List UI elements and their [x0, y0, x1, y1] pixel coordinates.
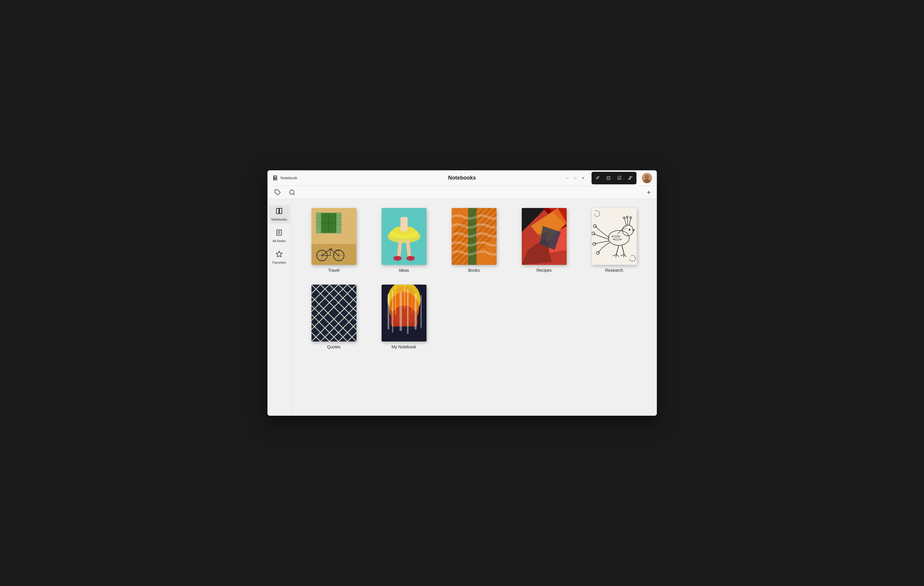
svg-rect-113 [395, 285, 396, 314]
notebooks-icon [276, 207, 283, 216]
notebook-cover-mynotebook [381, 285, 427, 341]
svg-rect-79 [592, 208, 637, 265]
sidebar: Notebooks All Notes [267, 199, 291, 416]
maximize-button[interactable]: □ [573, 175, 578, 181]
svg-rect-48 [401, 217, 408, 231]
notebook-quotes[interactable]: Quotes [304, 285, 365, 349]
notebook-recipes[interactable]: Recipes [514, 208, 575, 273]
notebook-cover-books [452, 208, 497, 265]
notebook-books-label: Books [468, 268, 480, 273]
avatar[interactable] [642, 173, 652, 183]
svg-rect-6 [276, 208, 279, 214]
notebook-cover-travel [312, 208, 356, 265]
titlebar-center: Notebooks [399, 175, 525, 181]
page-title: Notebooks [448, 175, 476, 181]
titlebar: 📓 Notebook Notebooks ─ □ ✕ ✐ ⊡ ☑ 🖇 [267, 170, 657, 186]
app-title: Notebook [280, 176, 297, 180]
notebooks-content: Travel [291, 199, 657, 416]
sidebar-item-all-notes[interactable]: All Notes [269, 227, 290, 245]
all-notes-icon [276, 229, 283, 238]
notebook-research[interactable]: Research [584, 208, 645, 273]
edit-icon-button[interactable]: ✐ [593, 173, 603, 183]
svg-line-49 [399, 241, 401, 257]
notebook-travel[interactable]: Travel [304, 208, 365, 273]
favorites-icon [276, 250, 283, 260]
svg-point-82 [629, 229, 630, 230]
svg-marker-12 [276, 251, 282, 257]
search-button[interactable] [288, 188, 296, 197]
toolbar-row: + [267, 186, 657, 199]
svg-rect-112 [421, 295, 422, 328]
main-area: Notebooks All Notes [267, 199, 657, 416]
sidebar-allnotes-label: All Notes [272, 239, 286, 243]
camera-icon-button[interactable]: ⊡ [604, 173, 614, 183]
toolbar-icons-group: ✐ ⊡ ☑ 🖇 [592, 172, 637, 184]
minimize-button[interactable]: ─ [564, 175, 571, 181]
notebook-mynotebook-label: My Notebook [391, 344, 416, 349]
notebook-cover-recipes [522, 208, 567, 265]
close-button[interactable]: ✕ [580, 175, 586, 181]
svg-point-51 [393, 256, 402, 261]
titlebar-right: ─ □ ✕ ✐ ⊡ ☑ 🖇 [525, 172, 652, 184]
notebooks-grid: Travel [304, 208, 645, 349]
notebook-books[interactable]: Books [444, 208, 505, 273]
notebook-cover-ideas [381, 208, 427, 265]
svg-rect-107 [388, 294, 389, 329]
notebook-recipes-label: Recipes [536, 268, 552, 273]
svg-rect-7 [279, 208, 282, 214]
attachment-icon-button[interactable]: 🖇 [625, 173, 635, 183]
svg-rect-100 [312, 285, 356, 341]
app-window: 📓 Notebook Notebooks ─ □ ✕ ✐ ⊡ ☑ 🖇 [267, 170, 657, 416]
svg-rect-110 [407, 289, 409, 334]
sidebar-favorites-label: Favorites [272, 261, 286, 264]
notebook-cover-research [592, 208, 637, 265]
svg-line-50 [408, 241, 409, 257]
sidebar-notebooks-label: Notebooks [271, 217, 287, 221]
svg-rect-111 [414, 294, 417, 329]
app-icon: 📓 [272, 175, 278, 181]
notebook-mynotebook[interactable]: My Notebook [373, 285, 435, 349]
add-notebook-button[interactable]: + [647, 189, 651, 196]
svg-point-4 [289, 190, 294, 194]
tag-button[interactable] [274, 188, 282, 197]
svg-rect-109 [399, 292, 402, 331]
notebook-cover-quotes [312, 285, 356, 341]
svg-point-83 [630, 229, 630, 230]
checkbox-icon-button[interactable]: ☑ [614, 173, 624, 183]
notebook-ideas[interactable]: Ideas [373, 208, 435, 273]
svg-rect-115 [411, 286, 412, 313]
svg-point-1 [645, 175, 649, 179]
svg-rect-114 [404, 285, 405, 309]
sidebar-item-notebooks[interactable]: Notebooks [269, 205, 290, 224]
svg-point-52 [406, 256, 415, 261]
notebook-research-label: Research [605, 268, 623, 273]
sidebar-item-favorites[interactable]: Favorites [269, 248, 290, 267]
titlebar-left: 📓 Notebook [272, 175, 399, 181]
notebook-ideas-label: Ideas [399, 268, 409, 273]
notebook-quotes-label: Quotes [327, 344, 340, 349]
notebook-travel-label: Travel [328, 268, 339, 273]
svg-line-5 [293, 194, 294, 195]
svg-rect-108 [392, 291, 393, 333]
